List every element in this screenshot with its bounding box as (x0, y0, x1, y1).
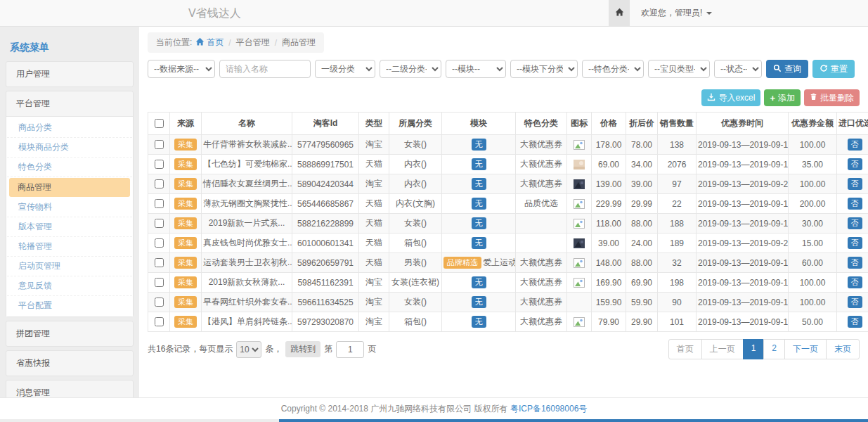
page-size-select[interactable]: 10 (236, 341, 261, 358)
import-select-badge[interactable]: 否 (848, 217, 862, 229)
cell-price: 229.99 (592, 194, 626, 214)
filter-select[interactable]: 一级分类 (315, 60, 375, 78)
cell-coupon-amount: 30.00 (789, 214, 837, 234)
cell-category: 女装() (389, 214, 442, 234)
import-select-badge[interactable]: 否 (848, 276, 862, 288)
batch-delete-button[interactable]: 批量删除 (804, 89, 860, 106)
row-checkbox[interactable] (155, 258, 164, 267)
icp-link[interactable]: 粤ICP备16098006号 (510, 404, 587, 414)
cell-feature: 大额优惠券 (516, 174, 567, 194)
row-checkbox[interactable] (155, 179, 164, 188)
cell-coupon-time: 2019-09-13—2019-09-17 (697, 293, 789, 312)
jump-button[interactable]: 跳转到 (285, 341, 320, 357)
page-button[interactable]: 1 (743, 339, 765, 359)
cell-price: 148.00 (592, 253, 626, 273)
filter-select[interactable]: --状态-- (714, 60, 762, 78)
product-thumbnail-icon (574, 140, 585, 150)
cell-price: 79.90 (592, 312, 626, 332)
sidebar-item[interactable]: 轮播管理 (7, 237, 132, 257)
module-badge[interactable]: 无 (472, 139, 486, 151)
import-select-badge[interactable]: 否 (848, 198, 862, 210)
reset-button[interactable]: 重置 (812, 60, 855, 78)
page-button[interactable]: 末页 (826, 339, 860, 359)
page-button[interactable]: 2 (763, 339, 785, 359)
import-select-badge[interactable]: 否 (848, 296, 862, 308)
row-checkbox[interactable] (155, 278, 164, 287)
sidebar-item[interactable]: 平台配置 (7, 296, 132, 315)
sidebar-item[interactable]: 意见反馈 (7, 276, 132, 296)
module-badge[interactable]: 无 (472, 178, 486, 190)
import-select-badge[interactable]: 否 (848, 237, 862, 249)
home-button[interactable] (609, 0, 630, 26)
product-thumbnail-icon (574, 317, 585, 327)
filter-select[interactable]: --模块下分类-- (510, 60, 578, 78)
filter-data-source-select[interactable]: --数据来源-- (148, 60, 215, 78)
search-button[interactable]: 查询 (766, 60, 808, 78)
page-prefix-text: 第 (324, 343, 332, 355)
import-select-badge[interactable]: 否 (848, 158, 862, 170)
row-checkbox[interactable] (155, 199, 164, 208)
sidebar-item[interactable]: 特色分类 (7, 158, 132, 177)
row-checkbox[interactable] (155, 160, 164, 169)
column-header: 进口优选 (837, 113, 868, 135)
select-all-checkbox[interactable] (155, 119, 164, 128)
column-header: 所属分类 (389, 113, 442, 135)
filter-select[interactable]: --宝贝类型-- (648, 60, 710, 78)
sidebar-item[interactable]: 版本管理 (7, 217, 132, 237)
breadcrumb-item[interactable]: 平台管理 (236, 37, 270, 49)
row-checkbox[interactable] (155, 298, 164, 307)
sidebar-group-header[interactable]: 用户管理 (6, 62, 133, 87)
import-select-badge[interactable]: 否 (848, 178, 862, 190)
filter-select[interactable]: --模块-- (446, 60, 506, 78)
cell-name: 情侣睡衣女夏丝绸男士... (202, 174, 292, 194)
sidebar-item[interactable]: 启动页管理 (7, 257, 132, 276)
user-menu[interactable]: 欢迎您，管理员! (641, 7, 712, 19)
row-checkbox[interactable] (155, 238, 164, 248)
sidebar-item[interactable]: 宣传物料 (7, 198, 132, 217)
sidebar-group-header[interactable]: 平台管理 (6, 91, 133, 116)
breadcrumb-home-link[interactable]: 首页 (195, 37, 224, 49)
page-button[interactable]: 上一页 (701, 339, 744, 359)
sidebar-item[interactable]: 商品管理 (9, 178, 130, 197)
sidebar-group-header[interactable]: 拼团管理 (6, 321, 133, 346)
module-badge[interactable]: 无 (472, 316, 486, 328)
sidebar-group: 用户管理 (6, 61, 134, 87)
module-badge[interactable]: 品牌精选 (443, 257, 481, 269)
sidebar-group-header[interactable]: 消息管理 (6, 381, 133, 397)
import-excel-button[interactable]: 导入excel (701, 89, 760, 106)
module-badge[interactable]: 无 (472, 276, 486, 288)
row-checkbox[interactable] (155, 317, 164, 326)
cell-feature: 大额优惠券 (516, 253, 567, 273)
page-number-input[interactable] (336, 341, 364, 358)
module-badge[interactable]: 无 (472, 158, 486, 170)
module-badge[interactable]: 无 (472, 237, 486, 249)
breadcrumb-item[interactable]: 商品管理 (282, 37, 316, 49)
import-select-badge[interactable]: 否 (848, 316, 862, 328)
source-badge: 采集 (174, 257, 197, 269)
name-search-input[interactable] (219, 60, 311, 78)
filter-select[interactable]: --二级分类-- (380, 60, 441, 78)
table-row: 采集2019新款女秋薄款...598451162391淘宝女装(连衣裙)无大额优… (148, 273, 868, 293)
sidebar-group-header[interactable]: 省惠快报 (6, 351, 133, 376)
module-badge[interactable]: 无 (472, 296, 486, 308)
module-badge[interactable]: 无 (472, 198, 486, 210)
row-checkbox[interactable] (155, 140, 164, 149)
import-select-badge[interactable]: 否 (848, 139, 862, 151)
sidebar-item[interactable]: 模块商品分类 (7, 138, 132, 158)
page-button[interactable]: 下一页 (784, 339, 827, 359)
trash-icon (810, 93, 817, 103)
module-badge[interactable]: 无 (472, 217, 486, 229)
table-row: 采集薄款无钢圈文胸聚拢性...565446685867天猫内衣(文胸)无品质优选… (148, 194, 868, 214)
cell-type: 淘宝 (359, 135, 389, 155)
cell-coupon-time: 2019-09-13—2019-09-17 (697, 273, 789, 293)
filter-select[interactable]: --特色分类-- (582, 60, 644, 78)
cell-type: 天猫 (359, 214, 389, 234)
cell-coupon-time: 2019-09-13—2019-09-20 (697, 174, 789, 194)
product-thumbnail-icon (574, 199, 585, 209)
source-badge: 采集 (174, 237, 197, 249)
row-checkbox[interactable] (155, 219, 164, 228)
page-button[interactable]: 首页 (668, 339, 702, 359)
import-select-badge[interactable]: 否 (848, 257, 862, 269)
sidebar-item[interactable]: 商品分类 (7, 118, 132, 138)
add-button[interactable]: + 添加 (764, 89, 801, 106)
